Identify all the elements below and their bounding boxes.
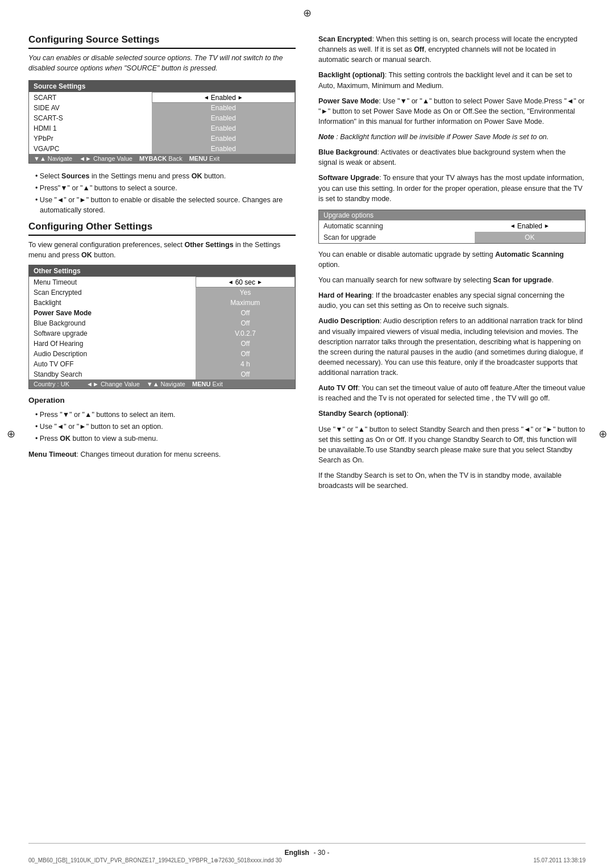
bottom-footer: 00_MB60_[GB]_1910UK_IDTV_PVR_BRONZE17_19…	[28, 857, 586, 863]
source-row-value-3: Enabled	[152, 123, 294, 133]
source-row-value-4: Enabled	[152, 133, 294, 144]
other-row-value-9: Off	[196, 369, 294, 379]
other-row-name-6: Hard Of Hearing	[29, 339, 196, 349]
other-row-0: Menu Timeout◄60 sec►	[29, 277, 295, 287]
upgrade-options-title: Upgrade options	[319, 210, 585, 220]
other-row-name-4: Blue Background	[29, 318, 196, 328]
source-bullet-1: Select Sources in the Settings menu and …	[33, 170, 296, 182]
source-bullet-list: Select Sources in the Settings menu and …	[28, 170, 296, 217]
standby-search-para: Use "▼" or "▲" button to select Standby …	[318, 424, 586, 466]
backlight-para: Backlight (optional): This setting contr…	[318, 70, 586, 90]
other-row-5: Software upgradeV.0.2.7	[29, 328, 295, 339]
other-row-name-2: Backlight	[29, 298, 196, 308]
page-container: ⊕ ⊕ ⊕ Configuring Source Settings You ca…	[0, 0, 614, 868]
upgrade-row-auto: Automatic scanning ◄ Enabled ►	[319, 220, 585, 232]
menu-timeout-desc: Menu Timeout: Changes timeout duration f…	[28, 449, 296, 460]
source-row-name-1: SIDE AV	[29, 103, 152, 113]
standby-search-para2: If the Standby Search is set to On, when…	[318, 470, 586, 491]
other-nav-bar: Country : UK ◄► Change Value ▼▲ Navigate…	[29, 379, 295, 389]
other-nav-change: ◄► Change Value	[86, 381, 140, 387]
left-column: Configuring Source Settings You can enab…	[28, 34, 298, 496]
other-row-2: BacklightMaximum	[29, 298, 295, 308]
source-settings-title: Source Settings	[29, 81, 295, 92]
other-row-value-3: Off	[196, 308, 294, 318]
other-row-value-7: Off	[196, 349, 294, 359]
upgrade-scan-label: Scan for upgrade	[319, 232, 475, 243]
other-row-name-3: Power Save Mode	[29, 308, 196, 318]
source-row-5: VGA/PCEnabled	[29, 144, 295, 154]
audio-desc-para: Audio Description: Audio description ref…	[318, 316, 586, 378]
other-nav-exit: MENU Exit	[192, 381, 223, 387]
other-row-8: Auto TV OFF4 h	[29, 359, 295, 369]
source-row-name-0: SCART	[29, 93, 152, 103]
source-bullet-3: Use "◄" or "►" button to enable or disab…	[33, 194, 296, 216]
upgrade-scan-value: OK	[475, 232, 586, 243]
nav-navigate: ▼▲ Navigate	[34, 155, 72, 162]
source-row-name-3: HDMI 1	[29, 123, 152, 133]
footer-lang: English	[285, 849, 309, 857]
other-settings-title: Other Settings	[29, 265, 295, 277]
scan-encrypted-para: Scan Encrypted: When this setting is on,…	[318, 34, 586, 65]
auto-scan-para: You can enable or disable automatic upgr…	[318, 249, 586, 270]
other-nav-country: Country : UK	[34, 381, 69, 387]
upgrade-table: Automatic scanning ◄ Enabled ► Scan for …	[319, 220, 585, 243]
footer-file: 00_MB60_[GB]_1910UK_IDTV_PVR_BRONZE17_19…	[28, 857, 282, 863]
left-arrow-icon: ◄	[510, 223, 516, 229]
page-footer: English - 30 -	[28, 843, 586, 857]
source-row-2: SCART-SEnabled	[29, 113, 295, 123]
other-row-value-0: ◄60 sec►	[196, 277, 294, 287]
nav-change-val: ◄► Change Value	[79, 155, 132, 162]
source-settings-box: Source Settings SCART◄Enabled►SIDE AVEna…	[28, 80, 296, 164]
operation-bullet-3: Press OK button to view a sub-menu.	[33, 433, 296, 445]
other-nav-navigate: ▼▲ Navigate	[147, 381, 185, 387]
software-upgrade-para: Software Upgrade: To ensure that your TV…	[318, 173, 586, 203]
source-row-1: SIDE AVEnabled	[29, 103, 295, 113]
source-row-name-4: YPbPr	[29, 133, 152, 144]
section2-title: Configuring Other Settings	[28, 221, 296, 236]
right-column: Scan Encrypted: When this setting is on,…	[316, 34, 586, 496]
upgrade-auto-label: Automatic scanning	[319, 220, 475, 232]
standby-search-title: Standby Search (optional):	[318, 408, 586, 419]
upgrade-options-box: Upgrade options Automatic scanning ◄ Ena…	[318, 210, 586, 244]
section2-intro: To view general configuration preference…	[28, 240, 296, 260]
other-row-value-6: Off	[196, 339, 294, 349]
source-bullet-2: Press"▼" or "▲" buttons to select a sour…	[33, 182, 296, 194]
note-para: Note : Backlight function will be invisi…	[318, 132, 586, 142]
source-row-value-0: ◄Enabled►	[152, 93, 294, 103]
source-row-name-2: SCART-S	[29, 113, 152, 123]
other-row-value-1: Yes	[196, 287, 294, 298]
upgrade-row-scan: Scan for upgrade OK	[319, 232, 585, 243]
other-row-value-2: Maximum	[196, 298, 294, 308]
other-row-name-8: Auto TV OFF	[29, 359, 196, 369]
footer-date: 15.07.2011 13:38:19	[533, 857, 586, 863]
content-area: Configuring Source Settings You can enab…	[28, 34, 586, 496]
source-row-0: SCART◄Enabled►	[29, 93, 295, 103]
nav-exit: MENU Exit	[189, 155, 220, 162]
source-row-name-5: VGA/PC	[29, 144, 152, 154]
other-row-3: Power Save ModeOff	[29, 308, 295, 318]
operation-bullet-list: Press "▼" or "▲" buttons to select an it…	[28, 409, 296, 445]
source-row-value-2: Enabled	[152, 113, 294, 123]
operation-bullet-1: Press "▼" or "▲" buttons to select an it…	[33, 409, 296, 421]
other-row-name-0: Menu Timeout	[29, 277, 196, 287]
manual-scan-para: You can manually search for new software…	[318, 275, 586, 285]
operation-bullet-2: Use "◄" or "►" button to set an option.	[33, 421, 296, 433]
other-row-name-1: Scan Encrypted	[29, 287, 196, 298]
other-settings-box: Other Settings Menu Timeout◄60 sec►Scan …	[28, 265, 296, 389]
right-arrow-icon: ►	[544, 223, 550, 229]
upgrade-auto-val-text: Enabled	[517, 222, 542, 230]
power-save-para: Power Save Mode: Use "▼" or "▲" button t…	[318, 96, 586, 127]
auto-tv-off-para: Auto TV Off: You can set the timeout val…	[318, 383, 586, 403]
other-row-1: Scan EncryptedYes	[29, 287, 295, 298]
source-row-value-1: Enabled	[152, 103, 294, 113]
source-nav-bar: ▼▲ Navigate ◄► Change Value MYBACK Back …	[29, 154, 295, 163]
blue-bg-para: Blue Background: Activates or deactivate…	[318, 147, 586, 168]
hard-hearing-para: Hard of Hearing: If the broadcaster enab…	[318, 290, 586, 311]
other-row-name-5: Software upgrade	[29, 328, 196, 339]
reg-mark-left: ⊕	[7, 428, 15, 440]
reg-mark-top: ⊕	[303, 7, 312, 19]
source-row-value-5: Enabled	[152, 144, 294, 154]
other-row-name-7: Audio Description	[29, 349, 196, 359]
section1-title: Configuring Source Settings	[28, 34, 296, 49]
other-row-value-8: 4 h	[196, 359, 294, 369]
